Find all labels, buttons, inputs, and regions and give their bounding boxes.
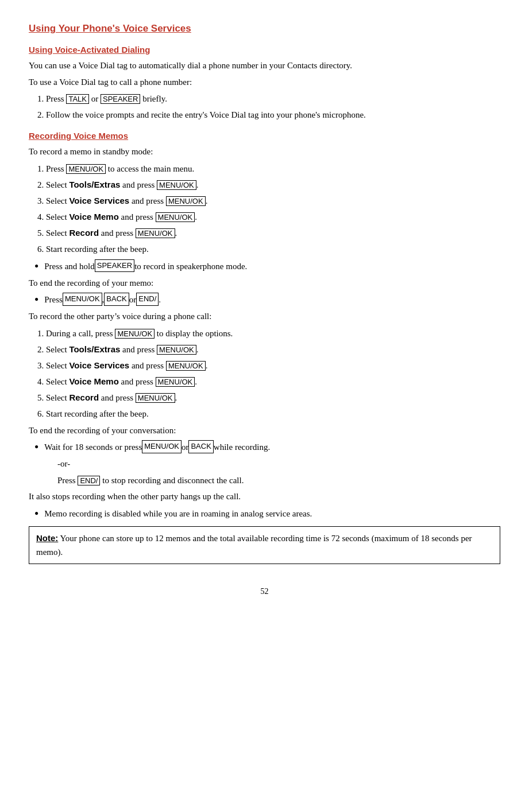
list-item: Follow the voice prompts and recite the … — [46, 108, 500, 122]
pc2-mid: and press — [120, 345, 157, 354]
menuok-pc-key-3: MENU/OK — [166, 361, 206, 371]
speaker-bullet-before: Press and hold — [44, 259, 95, 273]
page-title: Using Your Phone's Voice Services — [29, 23, 500, 34]
back-key-1: BACK — [104, 293, 129, 306]
list-item: Press TALK or SPEAKER briefly. — [46, 92, 500, 106]
voice-services-bold-1: Voice Services — [69, 196, 129, 205]
pc2-before: Select — [46, 345, 69, 354]
step1-middle: or — [89, 94, 101, 103]
menuok-wait-key: MENU/OK — [142, 440, 182, 453]
or-label: -or- — [57, 457, 500, 471]
voice-memo-bold-1: Voice Memo — [69, 212, 118, 222]
list-item: Wait for 18 seconds or press MENU/OK or … — [34, 440, 500, 454]
section1-intro: You can use a Voice Dial tag to automati… — [29, 59, 500, 72]
pc4-before: Select — [46, 377, 69, 386]
tools-extras-bold-1: Tools/Extras — [69, 180, 120, 189]
menuok-key-1: MENU/OK — [66, 164, 106, 174]
list-item: Select Tools/Extras and press MENU/OK. — [46, 178, 500, 192]
press-end-after: to stop recording and disconnect the cal… — [100, 476, 244, 485]
menuok-end-key: MENU/OK — [63, 293, 102, 306]
section2-heading: Recording Voice Memos — [29, 131, 500, 141]
list-item: Select Record and press MENU/OK. — [46, 391, 500, 405]
list-item: Press and hold SPEAKER to record in spea… — [34, 259, 500, 273]
pc5-mid: and press — [99, 393, 136, 402]
memo-disabled-text: Memo recording is disabled while you are… — [44, 507, 312, 520]
menuok-key-3: MENU/OK — [166, 196, 206, 206]
end-key-1: END/ — [136, 293, 159, 306]
s6-text: Start recording after the beep. — [46, 244, 149, 254]
pc3-before: Select — [46, 361, 69, 370]
menuok-pc-key-1: MENU/OK — [115, 329, 155, 339]
end-rec-sep2: or — [129, 293, 137, 306]
list-item: Memo recording is disabled while you are… — [34, 507, 500, 520]
voice-services-bold-2: Voice Services — [69, 360, 129, 370]
back-key-2: BACK — [188, 440, 213, 453]
list-item: Select Voice Memo and press MENU/OK. — [46, 375, 500, 388]
pc3-mid: and press — [129, 361, 166, 370]
note-box: Note: Your phone can store up to 12 memo… — [29, 526, 500, 564]
section2-standby-steps: Press MENU/OK to access the main menu. S… — [46, 162, 500, 256]
menuok-key-4: MENU/OK — [156, 212, 195, 222]
record-bold-2: Record — [69, 393, 99, 402]
list-item: Select Voice Services and press MENU/OK. — [46, 194, 500, 208]
section1-steps: Press TALK or SPEAKER briefly. Follow th… — [46, 92, 500, 122]
end-recording-bullet-list: Press MENU/OK, BACK or END/. — [34, 293, 500, 306]
note-text: Your phone can store up to 12 memos and … — [36, 534, 472, 557]
speaker-key-2: SPEAKER — [95, 259, 134, 273]
speaker-key: SPEAKER — [101, 94, 140, 104]
list-item: Press MENU/OK to access the main menu. — [46, 162, 500, 176]
s3-mid: and press — [129, 196, 166, 205]
step1-text-before: Press — [46, 94, 66, 103]
s5-after: . — [175, 228, 177, 238]
or-block: -or- Press END/ to stop recording and di… — [57, 457, 500, 487]
s4-after: . — [195, 212, 197, 222]
list-item: During a call, press MENU/OK to display … — [46, 327, 500, 340]
pc6-text: Start recording after the beep. — [46, 409, 149, 418]
pc3-after: . — [206, 361, 208, 370]
pc1-after: to display the options. — [155, 329, 233, 338]
menuok-pc-key-5: MENU/OK — [136, 393, 175, 403]
s2-before: Select — [46, 180, 69, 189]
s5-mid: and press — [99, 228, 136, 238]
list-item: Select Voice Services and press MENU/OK. — [46, 359, 500, 372]
end-recording-intro: To end the recording of your memo: — [29, 277, 500, 290]
pc4-after: . — [195, 377, 197, 386]
s1-before: Press — [46, 164, 66, 173]
memo-disabled-bullet-list: Memo recording is disabled while you are… — [34, 507, 500, 520]
s4-before: Select — [46, 212, 69, 222]
section2-standby-intro: To record a memo in standby mode: — [29, 145, 500, 158]
list-item: Select Record and press MENU/OK. — [46, 226, 500, 240]
end-rec-after: . — [159, 293, 161, 306]
phone-call-intro: To record the other party’s voice during… — [29, 310, 500, 323]
menuok-pc-key-2: MENU/OK — [157, 345, 196, 355]
end-key-2: END/ — [78, 476, 100, 485]
step1-text-after: briefly. — [140, 94, 167, 103]
record-bold-1: Record — [69, 228, 99, 238]
s3-before: Select — [46, 196, 69, 205]
end-conversation-bullet-list: Wait for 18 seconds or press MENU/OK or … — [34, 440, 500, 454]
section1-sub-intro: To use a Voice Dial tag to call a phone … — [29, 76, 500, 89]
list-item: Start recording after the beep. — [46, 242, 500, 256]
menuok-key-2: MENU/OK — [157, 180, 196, 190]
list-item: Start recording after the beep. — [46, 407, 500, 421]
section1-heading: Using Voice-Activated Dialing — [29, 45, 500, 55]
s2-mid: and press — [120, 180, 157, 189]
pc2-after: . — [196, 345, 199, 354]
section2-phone-call-steps: During a call, press MENU/OK to display … — [46, 327, 500, 421]
s3-after: . — [206, 196, 208, 205]
pc1-before: During a call, press — [46, 329, 115, 338]
wait-sep: or — [182, 440, 189, 454]
also-stops: It also stops recording when the other p… — [29, 490, 500, 503]
note-label: Note: — [36, 533, 58, 543]
voice-memo-bold-2: Voice Memo — [69, 376, 118, 386]
page-number: 52 — [29, 587, 500, 596]
list-item: Select Voice Memo and press MENU/OK. — [46, 210, 500, 224]
menuok-pc-key-4: MENU/OK — [156, 377, 195, 387]
speakerphone-bullet-list: Press and hold SPEAKER to record in spea… — [34, 259, 500, 273]
step2-text: Follow the voice prompts and recite the … — [46, 110, 366, 119]
press-end-before: Press — [57, 476, 78, 485]
s5-before: Select — [46, 228, 69, 238]
end-conversation-intro: To end the recording of your conversatio… — [29, 424, 500, 437]
end-rec-before: Press — [44, 293, 63, 306]
pc4-mid: and press — [119, 377, 156, 386]
